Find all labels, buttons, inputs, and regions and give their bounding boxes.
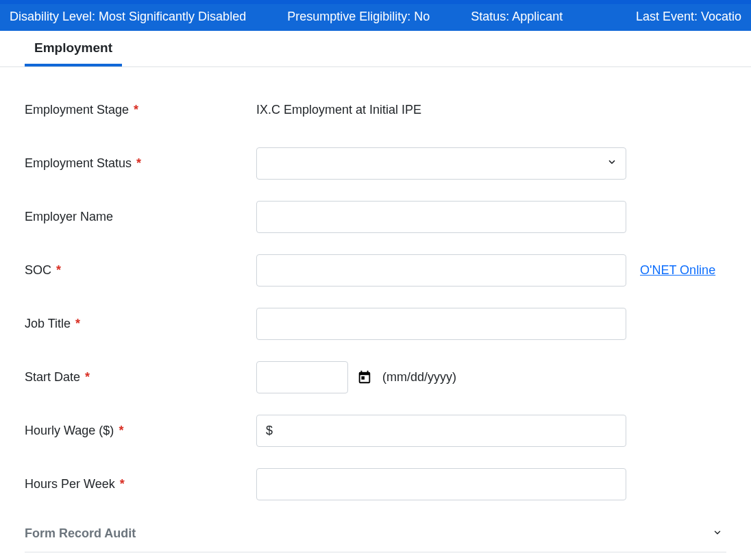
employer-name-input[interactable] xyxy=(256,201,626,233)
status-disability-level: Disability Level: Most Significantly Dis… xyxy=(10,10,246,24)
onet-online-link[interactable]: O'NET Online xyxy=(640,263,715,278)
required-marker: * xyxy=(75,317,80,330)
label-employer-name: Employer Name xyxy=(25,210,256,224)
tab-bar: Employment xyxy=(0,31,751,67)
employment-status-select[interactable] xyxy=(256,147,626,180)
soc-input[interactable] xyxy=(256,254,626,287)
calendar-icon[interactable] xyxy=(356,369,373,385)
required-marker: * xyxy=(136,156,141,170)
start-date-input[interactable] xyxy=(256,361,348,393)
label-soc: SOC * xyxy=(25,263,256,278)
tab-employment-label: Employment xyxy=(34,40,112,55)
row-employment-stage: Employment Stage * IX.C Employment at In… xyxy=(25,93,726,126)
row-soc: SOC * O'NET Online xyxy=(25,254,726,287)
hourly-wage-input[interactable] xyxy=(256,415,626,447)
date-format-hint: (mm/dd/yyyy) xyxy=(382,370,456,385)
row-start-date: Start Date * (mm/dd/yyyy) xyxy=(25,361,726,393)
row-employer-name: Employer Name xyxy=(25,200,726,233)
label-hourly-wage: Hourly Wage ($) * xyxy=(25,424,256,438)
value-employment-stage: IX.C Employment at Initial IPE xyxy=(256,103,421,117)
row-job-title: Job Title * xyxy=(25,307,726,340)
form-record-audit-toggle[interactable]: Form Record Audit xyxy=(25,521,726,552)
hours-per-week-input[interactable] xyxy=(256,468,626,500)
label-start-date: Start Date * xyxy=(25,370,256,385)
row-employment-status: Employment Status * xyxy=(25,147,726,180)
job-title-input[interactable] xyxy=(256,308,626,340)
employment-form: Employment Stage * IX.C Employment at In… xyxy=(0,67,751,560)
status-applicant: Status: Applicant xyxy=(471,10,563,24)
required-marker: * xyxy=(134,103,138,117)
required-marker: * xyxy=(56,263,61,277)
label-employment-stage: Employment Stage * xyxy=(25,103,256,117)
status-bar: Disability Level: Most Significantly Dis… xyxy=(0,4,751,31)
row-hours-per-week: Hours Per Week * xyxy=(25,467,726,500)
required-marker: * xyxy=(119,424,123,437)
status-last-event: Last Event: Vocatio xyxy=(636,10,741,24)
label-employment-status: Employment Status * xyxy=(25,156,256,171)
row-hourly-wage: Hourly Wage ($) * $ xyxy=(25,414,726,447)
status-presumptive-eligibility: Presumptive Eligibility: No xyxy=(287,10,430,24)
label-job-title: Job Title * xyxy=(25,317,256,331)
form-record-audit-title: Form Record Audit xyxy=(25,526,136,541)
tab-employment[interactable]: Employment xyxy=(25,31,122,66)
required-marker: * xyxy=(120,477,125,491)
chevron-down-icon xyxy=(713,528,722,539)
required-marker: * xyxy=(85,370,90,384)
label-hours-per-week: Hours Per Week * xyxy=(25,477,256,491)
